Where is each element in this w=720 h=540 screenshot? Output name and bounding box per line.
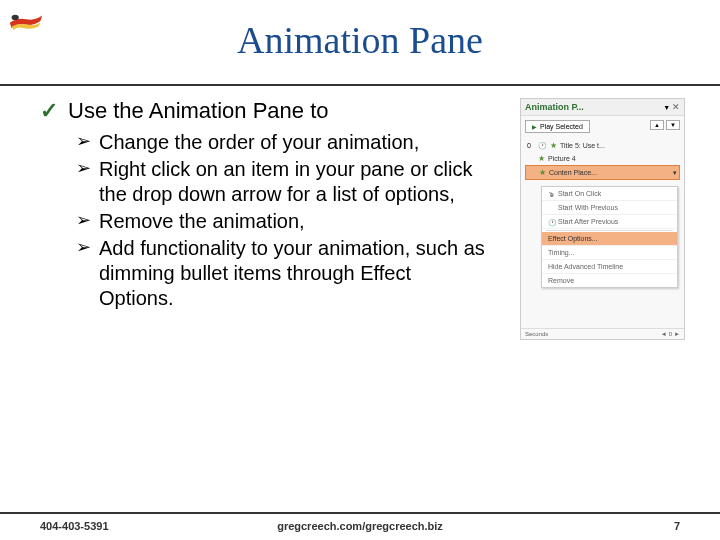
ctx-hide-timeline[interactable]: Hide Advanced Timeline [542,260,677,274]
sub-bullet: ➢ Add functionality to your animation, s… [76,236,510,311]
svg-point-0 [12,15,19,20]
play-selected-button[interactable]: Play Selected [525,120,590,133]
close-icon[interactable]: ✕ [672,102,680,112]
move-up-icon[interactable]: ▲ [650,120,664,130]
arrow-icon: ➢ [76,209,91,232]
animation-item-selected[interactable]: ★ Conten Place... ▾ [525,165,680,180]
sub-bullet: ➢ Remove the animation, [76,209,510,234]
anim-index: 0 [527,142,535,149]
pane-title: Animation P... [525,102,584,112]
anim-label: Picture 4 [548,155,576,162]
pane-header-controls: ▼ ✕ [663,102,680,112]
footer-phone: 404-403-5391 [40,520,109,532]
reorder-controls[interactable]: ▲▼ [650,120,680,130]
dropdown-icon[interactable]: ▾ [673,169,677,177]
ctx-effect-options[interactable]: Effect Options... [542,232,677,246]
star-icon: ★ [538,154,545,163]
clock-icon: 🕐 [538,142,547,150]
logo-icon [8,6,44,36]
animation-list: 0 🕐 ★ Title 5: Use t... ★ Picture 4 ★ Co… [521,137,684,182]
footer-site: gregcreech.com/gregcreech.biz [277,520,443,532]
ctx-timing[interactable]: Timing... [542,246,677,260]
animation-item[interactable]: ★ Picture 4 [525,152,680,165]
zoom-prev-icon[interactable]: ◄ [661,331,667,337]
arrow-icon: ➢ [76,157,91,180]
star-icon: ★ [539,168,546,177]
animation-item[interactable]: 0 🕐 ★ Title 5: Use t... [525,139,680,152]
ctx-start-on-click[interactable]: 🖱Start On Click [542,187,677,201]
content-text: ✓ Use the Animation Pane to ➢ Change the… [40,98,510,340]
pane-footer: Seconds ◄ 0 ► [521,328,684,339]
checkmark-icon: ✓ [40,98,58,124]
anim-label: Conten Place... [549,169,597,176]
zoom-control[interactable]: ◄ 0 ► [661,331,680,337]
star-icon: ★ [550,141,557,150]
sub-bullet: ➢ Change the order of your animation, [76,130,510,155]
slide-footer: 404-403-5391 gregcreech.com/gregcreech.b… [0,512,720,532]
sub-bullet: ➢ Right click on an item in your pane or… [76,157,510,207]
arrow-icon: ➢ [76,236,91,259]
anim-label: Title 5: Use t... [560,142,605,149]
zoom-value: 0 [669,331,672,337]
main-bullet-text: Use the Animation Pane to [68,98,329,124]
separator [546,230,673,231]
ctx-remove[interactable]: Remove [542,274,677,287]
sub-bullet-text: Remove the animation, [99,209,305,234]
sub-bullet-text: Add functionality to your animation, suc… [99,236,489,311]
footer-page-number: 7 [674,520,680,532]
main-bullet: ✓ Use the Animation Pane to [40,98,510,124]
move-down-icon[interactable]: ▼ [666,120,680,130]
arrow-icon: ➢ [76,130,91,153]
seconds-label: Seconds [525,331,548,337]
ctx-start-after-previous[interactable]: 🕐Start After Previous [542,215,677,229]
sub-bullet-text: Change the order of your animation, [99,130,419,155]
slide-title: Animation Pane [0,0,720,62]
sub-bullet-text: Right click on an item in your pane or c… [99,157,489,207]
animation-pane-screenshot: Animation P... ▼ ✕ Play Selected ▲▼ 0 🕐 … [520,98,685,340]
clock-icon: 🕐 [548,219,554,225]
zoom-next-icon[interactable]: ► [674,331,680,337]
context-menu: 🖱Start On Click Start With Previous 🕐Sta… [541,186,678,288]
radio-icon: 🖱 [548,191,554,197]
pane-header: Animation P... ▼ ✕ [521,99,684,116]
ctx-start-with-previous[interactable]: Start With Previous [542,201,677,215]
